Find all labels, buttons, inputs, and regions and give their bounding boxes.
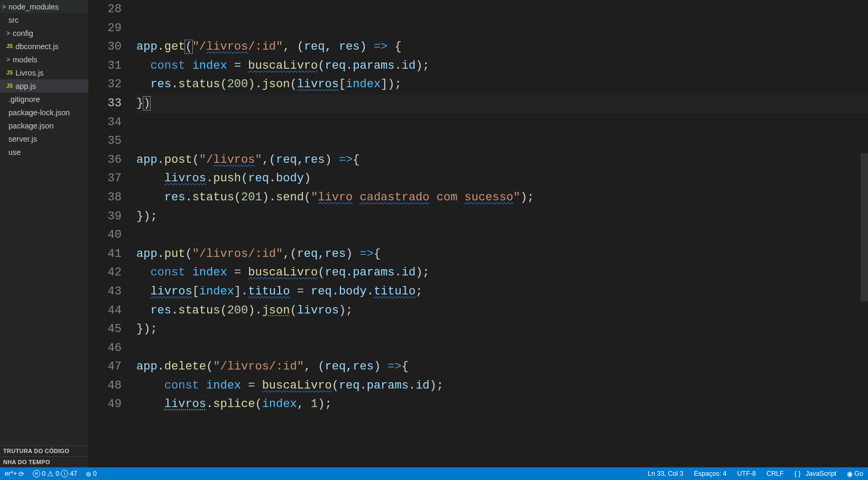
language-label: JavaScript xyxy=(806,470,836,477)
line-number: 36 xyxy=(89,151,122,170)
tree-item-src[interactable]: src xyxy=(0,13,88,26)
warning-count: 0 xyxy=(56,470,59,477)
line-number: 43 xyxy=(89,282,122,301)
tree-item-app-js[interactable]: JSapp.js xyxy=(0,79,88,93)
tree-item-livros-js[interactable]: JSLivros.js xyxy=(0,66,88,79)
line-number: 29 xyxy=(89,19,122,38)
tree-item-server-js[interactable]: server.js xyxy=(0,132,88,145)
tree-item-models[interactable]: >models xyxy=(0,53,88,66)
cursor-position[interactable]: Ln 33, Col 3 xyxy=(646,470,685,477)
status-bar: er*+ ⟳ ✕0 ⚠0 i47 ⊚ 0 Ln 33, Col 3 Espaço… xyxy=(0,467,868,480)
code-line[interactable] xyxy=(136,19,868,38)
explorer-sidebar: >node_modulessrc>configJSdbconnect.js>mo… xyxy=(0,0,89,467)
sync-icon: ⟳ xyxy=(19,470,24,478)
outline-header[interactable]: TRUTURA DO CÓDIGO xyxy=(0,445,88,456)
line-number-gutter: 2829303132333435363738394041424344454647… xyxy=(89,0,136,467)
file-tree[interactable]: >node_modulessrc>configJSdbconnect.js>mo… xyxy=(0,0,88,445)
tree-item-dbconnect-js[interactable]: JSdbconnect.js xyxy=(0,40,88,53)
main-area: >node_modulessrc>configJSdbconnect.js>mo… xyxy=(0,0,868,467)
code-line[interactable]: app.put("/livros/:id",(req,res) =>{ xyxy=(136,245,868,264)
error-count: 0 xyxy=(42,470,45,477)
timeline-header[interactable]: NHA DO TEMPO xyxy=(0,456,88,467)
line-number: 44 xyxy=(89,301,122,320)
line-number: 38 xyxy=(89,188,122,207)
line-number: 46 xyxy=(89,339,122,358)
line-number: 35 xyxy=(89,132,122,151)
port-indicator[interactable]: ⊚ 0 xyxy=(84,470,98,478)
tree-item-label: src xyxy=(8,16,19,24)
tree-item-package-json[interactable]: package.json xyxy=(0,119,88,132)
tree-item-label: package-lock.json xyxy=(8,108,70,117)
tree-item--gitignore[interactable]: .gitignore xyxy=(0,93,88,106)
code-line[interactable]: app.post("/livros",(req,res) =>{ xyxy=(136,151,868,170)
line-number: 41 xyxy=(89,245,122,264)
problems-indicator[interactable]: ✕0 ⚠0 i47 xyxy=(31,469,79,478)
code-line[interactable]: app.delete("/livros/:id", (req,res) =>{ xyxy=(136,357,868,376)
tree-item-use[interactable]: use xyxy=(0,145,88,159)
code-line[interactable]: res.status(201).send("livro cadastrado c… xyxy=(136,188,868,207)
line-number: 34 xyxy=(89,113,122,132)
line-number: 33 xyxy=(89,94,122,113)
info-icon: i xyxy=(61,470,68,477)
line-number: 32 xyxy=(89,75,122,94)
line-number: 47 xyxy=(89,357,122,376)
warning-icon: ⚠ xyxy=(47,469,54,478)
broadcast-icon: ◉ xyxy=(847,470,853,478)
tree-item-label: package.json xyxy=(8,122,53,130)
remote-indicator[interactable]: er*+ ⟳ xyxy=(3,470,26,478)
line-number: 39 xyxy=(89,207,122,226)
encoding[interactable]: UTF-8 xyxy=(736,470,758,477)
indentation[interactable]: Espaços: 4 xyxy=(692,470,728,477)
code-line[interactable] xyxy=(136,132,868,151)
tree-item-label: dbconnect.js xyxy=(15,42,58,51)
code-line[interactable]: const index = buscaLivro(req.params.id); xyxy=(136,376,868,395)
sidebar-bottom-sections: TRUTURA DO CÓDIGO NHA DO TEMPO xyxy=(0,445,88,467)
eol[interactable]: CRLF xyxy=(765,470,786,477)
vertical-scrollbar[interactable] xyxy=(861,0,868,467)
code-line[interactable] xyxy=(136,226,868,245)
antenna-icon: ⊚ xyxy=(86,470,91,478)
code-line[interactable]: livros.splice(index, 1); xyxy=(136,395,868,414)
code-line[interactable]: livros.push(req.body) xyxy=(136,169,868,188)
line-number: 40 xyxy=(89,226,122,245)
tree-item-label: Livros.js xyxy=(15,69,43,77)
code-content[interactable]: app.get("/livros/:id", (req, res) => { c… xyxy=(136,0,868,467)
line-number: 28 xyxy=(89,0,122,19)
tree-item-config[interactable]: >config xyxy=(0,26,88,40)
code-line[interactable] xyxy=(136,0,868,19)
line-number: 37 xyxy=(89,169,122,188)
tree-item-package-lock-json[interactable]: package-lock.json xyxy=(0,106,88,119)
scrollbar-thumb[interactable] xyxy=(861,153,868,301)
language-mode[interactable]: { } JavaScript xyxy=(793,470,838,477)
code-line[interactable]: const index = buscaLivro(req.params.id); xyxy=(136,263,868,282)
tree-item-label: app.js xyxy=(15,82,36,90)
go-live[interactable]: ◉ Go xyxy=(845,470,865,478)
code-line[interactable]: livros[index].titulo = req.body.titulo; xyxy=(136,282,868,301)
code-line[interactable] xyxy=(136,339,868,358)
line-number: 48 xyxy=(89,376,122,395)
tree-item-label: node_modules xyxy=(8,3,59,11)
tree-item-label: models xyxy=(13,56,38,64)
code-line[interactable]: res.status(200).json(livros); xyxy=(136,301,868,320)
error-icon: ✕ xyxy=(33,470,40,477)
code-line[interactable]: app.get("/livros/:id", (req, res) => { xyxy=(136,38,868,57)
lang-brackets: { } xyxy=(795,470,801,477)
code-line[interactable]: res.status(200).json(livros[index]); xyxy=(136,75,868,94)
line-number: 49 xyxy=(89,395,122,414)
tree-item-node-modules[interactable]: >node_modules xyxy=(0,0,88,13)
code-line[interactable]: }); xyxy=(136,320,868,339)
chevron-icon: > xyxy=(2,3,7,11)
info-count: 47 xyxy=(70,470,77,477)
code-line[interactable] xyxy=(136,113,868,132)
editor[interactable]: 2829303132333435363738394041424344454647… xyxy=(89,0,868,467)
line-number: 42 xyxy=(89,263,122,282)
code-line[interactable]: }); xyxy=(136,207,868,226)
chevron-icon: > xyxy=(6,56,12,63)
js-file-icon: JS xyxy=(6,83,13,89)
go-live-label: Go xyxy=(854,470,863,477)
js-file-icon: JS xyxy=(6,43,13,49)
tree-item-label: use xyxy=(8,148,21,156)
code-line[interactable]: const index = buscaLivro(req.params.id); xyxy=(136,57,868,76)
code-line[interactable]: }) xyxy=(136,94,868,113)
remote-label: er*+ xyxy=(5,470,17,477)
